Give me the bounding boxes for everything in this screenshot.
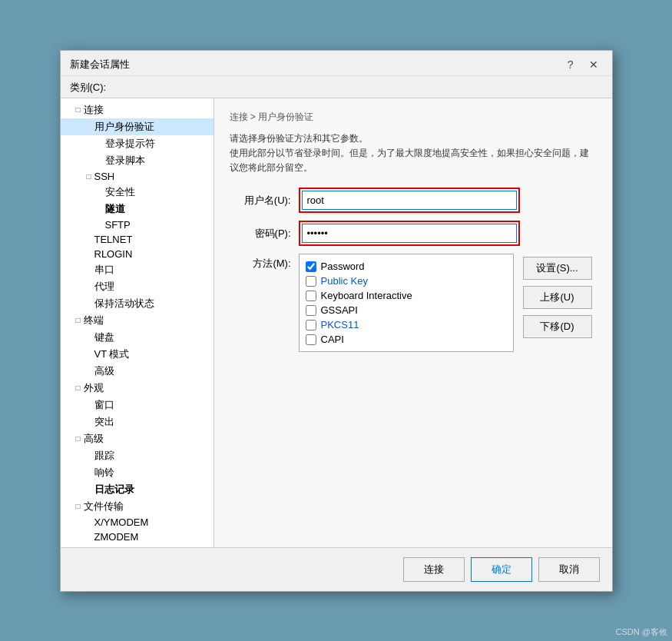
method-password: Password (306, 259, 507, 274)
sidebar-item-label-log: 日志记录 (94, 483, 134, 497)
sidebar-item-label-proxy: 代理 (94, 280, 114, 294)
sidebar-item-appearance[interactable]: □ 外观 (61, 380, 214, 397)
sidebar-item-label-vt: VT 模式 (94, 347, 130, 361)
sidebar-item-label-advanced: 高级 (94, 364, 114, 378)
username-row: 用户名(U): (230, 188, 597, 213)
method-pkcs11-label[interactable]: PKCS11 (321, 319, 359, 330)
sidebar-item-label-xymodem: X/YMODEM (94, 516, 149, 528)
sidebar-item-script[interactable]: 登录脚本 (61, 152, 214, 169)
title-bar: 新建会话属性 ? ✕ (61, 51, 612, 76)
sidebar: □ 连接 用户身份验证 登录提示符 登录脚本 □ SSH (61, 98, 214, 547)
username-input[interactable] (302, 191, 517, 210)
sidebar-item-label-filetransfer: 文件传输 (84, 500, 124, 513)
sidebar-item-vt[interactable]: VT 模式 (61, 346, 214, 363)
method-password-checkbox[interactable] (306, 261, 316, 272)
sidebar-item-label-ssh: SSH (94, 171, 115, 182)
sidebar-item-zmodem[interactable]: ZMODEM (61, 530, 214, 544)
method-capi-checkbox[interactable] (306, 334, 316, 345)
close-button[interactable]: ✕ (584, 57, 603, 72)
up-button[interactable]: 上移(U) (523, 286, 592, 309)
method-box: Password Public Key Keyboard Interactive… (299, 254, 514, 352)
sidebar-item-label-advanced2: 高级 (84, 432, 104, 446)
expand-icon-appearance: □ (73, 384, 84, 392)
method-capi: CAPI (306, 332, 507, 347)
sidebar-item-label-zmodem: ZMODEM (94, 531, 139, 543)
sidebar-item-serial[interactable]: 串口 (61, 261, 214, 278)
dialog: 新建会话属性 ? ✕ 类别(C): □ 连接 用户身份验证 登录提示符 (60, 50, 613, 592)
expand-icon-filetransfer: □ (73, 502, 84, 510)
title-bar-buttons: ? ✕ (563, 57, 603, 72)
sidebar-item-label-terminal: 终端 (84, 314, 104, 327)
description: 请选择身份验证方法和其它参数。 使用此部分以节省登录时间。但是，为了最大限度地提… (230, 131, 597, 176)
sidebar-item-filetransfer[interactable]: □ 文件传输 (61, 498, 214, 515)
sidebar-item-xymodem[interactable]: X/YMODEM (61, 515, 214, 530)
sidebar-item-ssh[interactable]: □ SSH (61, 169, 214, 184)
sidebar-item-advanced[interactable]: 高级 (61, 363, 214, 380)
method-pubkey-checkbox[interactable] (306, 276, 316, 287)
sidebar-item-tunnel[interactable]: 隧道 (61, 201, 214, 218)
sidebar-item-keepalive[interactable]: 保持活动状态 (61, 295, 214, 312)
sidebar-item-window[interactable]: 窗口 (61, 397, 214, 413)
sidebar-item-label-conn: 连接 (84, 103, 104, 117)
method-password-label[interactable]: Password (321, 261, 365, 272)
bottom-bar: 连接 确定 取消 (61, 547, 612, 591)
help-button[interactable]: ? (563, 57, 578, 72)
sidebar-item-label-telnet: TELNET (94, 234, 133, 245)
sidebar-item-terminal[interactable]: □ 终端 (61, 312, 214, 329)
method-label: 方法(M): (230, 254, 299, 271)
sidebar-item-label-trace: 跟踪 (94, 449, 114, 463)
dialog-title: 新建会话属性 (70, 58, 130, 71)
sidebar-item-sftp[interactable]: SFTP (61, 218, 214, 232)
sidebar-item-label-login: 登录提示符 (105, 137, 155, 151)
sidebar-item-conn[interactable]: □ 连接 (61, 101, 214, 118)
sidebar-item-label-tunnel: 隧道 (105, 202, 125, 216)
sidebar-item-auth[interactable]: 用户身份验证 (61, 118, 214, 135)
method-gssapi-label[interactable]: GSSAPI (321, 304, 358, 316)
sidebar-item-label-appearance: 外观 (84, 381, 104, 395)
sidebar-item-advanced2[interactable]: □ 高级 (61, 430, 214, 447)
method-pkcs11-checkbox[interactable] (306, 320, 316, 330)
sidebar-item-label-highlight: 突出 (94, 415, 114, 429)
method-keyboard: Keyboard Interactive (306, 288, 507, 303)
password-input[interactable] (302, 224, 517, 243)
sidebar-item-rlogin[interactable]: RLOGIN (61, 247, 214, 261)
sidebar-item-security[interactable]: 安全性 (61, 184, 214, 201)
method-keyboard-checkbox[interactable] (306, 291, 316, 301)
connect-button[interactable]: 连接 (403, 557, 465, 582)
password-row: 密码(P): (230, 221, 597, 246)
watermark: CSDN @客攸 (616, 626, 667, 638)
sidebar-item-label-keyboard: 键盘 (94, 330, 114, 344)
method-capi-label[interactable]: CAPI (321, 334, 344, 345)
expand-icon-ssh: □ (84, 172, 94, 181)
content-area: 连接 > 用户身份验证 请选择身份验证方法和其它参数。 使用此部分以节省登录时间… (214, 98, 612, 547)
username-label: 用户名(U): (230, 194, 299, 208)
method-pubkey: Public Key (306, 274, 507, 288)
sidebar-item-trace[interactable]: 跟踪 (61, 447, 214, 464)
description-line2: 使用此部分以节省登录时间。但是，为了最大限度地提高安全性，如果担心安全问题，建议… (230, 146, 597, 175)
method-pkcs11: PKCS11 (306, 317, 507, 332)
sidebar-item-login[interactable]: 登录提示符 (61, 135, 214, 152)
sidebar-item-label-security: 安全性 (105, 185, 135, 199)
method-keyboard-label[interactable]: Keyboard Interactive (321, 290, 412, 301)
sidebar-item-label-window: 窗口 (94, 398, 114, 412)
sidebar-item-bell[interactable]: 响铃 (61, 464, 214, 481)
sidebar-item-label-sftp: SFTP (105, 219, 131, 231)
sidebar-item-proxy[interactable]: 代理 (61, 278, 214, 295)
sidebar-item-log[interactable]: 日志记录 (61, 481, 214, 498)
method-section: 方法(M): Password Public Key Keyboard Inte… (230, 254, 597, 352)
method-gssapi-checkbox[interactable] (306, 305, 316, 316)
cancel-button[interactable]: 取消 (538, 557, 600, 582)
password-label: 密码(P): (230, 227, 299, 241)
settings-button[interactable]: 设置(S)... (523, 257, 592, 280)
sidebar-item-telnet[interactable]: TELNET (61, 232, 214, 247)
sidebar-item-keyboard[interactable]: 键盘 (61, 329, 214, 346)
sidebar-item-label-script: 登录脚本 (105, 154, 145, 168)
down-button[interactable]: 下移(D) (523, 315, 592, 338)
expand-icon-advanced2: □ (73, 434, 84, 443)
sidebar-item-label-serial: 串口 (94, 263, 114, 277)
ok-button[interactable]: 确定 (471, 557, 532, 582)
breadcrumb: 连接 > 用户身份验证 (230, 111, 597, 124)
method-pubkey-label[interactable]: Public Key (321, 275, 368, 287)
expand-icon-conn: □ (73, 105, 84, 114)
sidebar-item-highlight[interactable]: 突出 (61, 413, 214, 430)
